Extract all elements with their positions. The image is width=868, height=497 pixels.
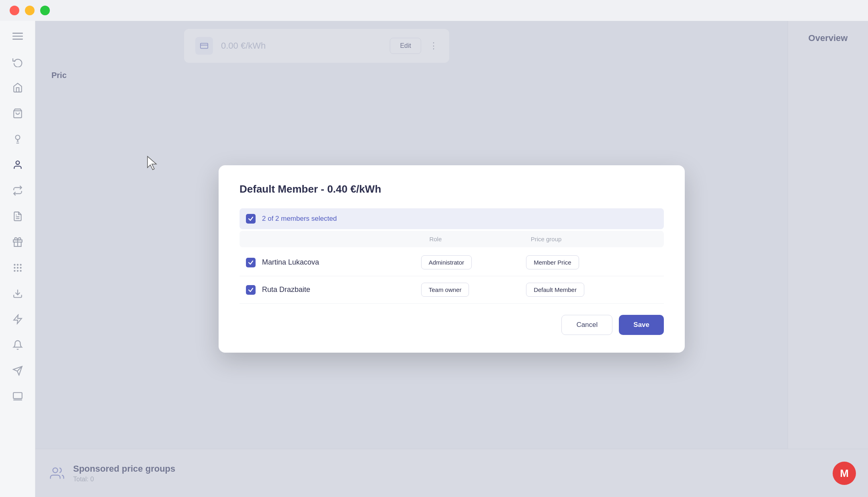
main-content: 0.00 €/kWh Edit ⋮ Pric Overview Sponsore… [35, 21, 868, 497]
save-button[interactable]: Save [619, 315, 664, 335]
shopping-icon[interactable] [10, 106, 25, 121]
member-role-1: Team owner [421, 283, 526, 297]
table-header: Role Price group [240, 231, 664, 247]
svg-point-4 [15, 135, 20, 140]
member-name-1: Ruta Drazbaite [262, 285, 310, 294]
close-button[interactable] [10, 6, 19, 15]
price-group-column-header: Price group [531, 236, 657, 242]
svg-point-17 [14, 270, 15, 271]
svg-point-12 [16, 264, 18, 265]
download-icon[interactable] [10, 286, 25, 301]
svg-point-6 [16, 161, 19, 164]
transfer-icon[interactable] [10, 183, 25, 198]
table-row: Martina Lukacova Administrator Member Pr… [240, 249, 664, 276]
modal-footer: Cancel Save [240, 304, 664, 335]
svg-marker-21 [14, 315, 22, 324]
members-table: Martina Lukacova Administrator Member Pr… [240, 249, 664, 304]
menu-icon[interactable] [10, 29, 25, 43]
svg-rect-0 [12, 33, 23, 34]
minimize-button[interactable] [25, 6, 35, 15]
svg-point-15 [16, 267, 18, 269]
select-all-label: 2 of 2 members selected [262, 215, 337, 223]
member-checkbox-1[interactable] [246, 285, 256, 295]
send-icon[interactable] [10, 364, 25, 378]
svg-rect-24 [13, 392, 22, 398]
svg-rect-1 [12, 36, 23, 37]
svg-point-16 [20, 267, 21, 269]
report-icon[interactable] [10, 209, 25, 224]
svg-point-14 [14, 267, 15, 269]
person-icon[interactable] [10, 158, 25, 172]
sidebar [0, 21, 35, 497]
role-badge-1: Team owner [421, 283, 469, 297]
modal-dialog: Default Member - 0.40 €/kWh 2 of 2 membe… [219, 165, 685, 353]
report2-icon[interactable] [10, 389, 25, 404]
select-all-checkbox[interactable] [246, 214, 256, 224]
refresh-icon[interactable] [10, 55, 25, 69]
bell-icon[interactable] [10, 338, 25, 352]
member-name-cell: Martina Lukacova [246, 258, 421, 267]
member-price-group-0: Member Price [526, 255, 657, 269]
svg-rect-2 [12, 39, 23, 40]
lightning-icon[interactable] [10, 312, 25, 327]
member-name-cell: Ruta Drazbaite [246, 285, 421, 295]
price-group-badge-1: Default Member [526, 283, 584, 297]
role-badge-0: Administrator [421, 255, 472, 269]
select-all-row[interactable]: 2 of 2 members selected [240, 208, 664, 229]
home-icon[interactable] [10, 80, 25, 95]
role-column-header: Role [429, 236, 530, 242]
member-price-group-1: Default Member [526, 283, 657, 297]
modal-title: Default Member - 0.40 €/kWh [240, 183, 664, 195]
maximize-button[interactable] [40, 6, 50, 15]
svg-point-18 [16, 270, 18, 271]
m-badge: M [833, 462, 856, 485]
window-chrome [0, 0, 868, 21]
cancel-button[interactable]: Cancel [561, 315, 612, 335]
price-group-badge-0: Member Price [526, 255, 579, 269]
svg-point-19 [20, 270, 21, 271]
member-checkbox-0[interactable] [246, 258, 256, 267]
svg-point-13 [20, 264, 21, 265]
svg-point-11 [14, 264, 15, 265]
gift-icon[interactable] [10, 235, 25, 249]
bulb-icon[interactable] [10, 132, 25, 146]
apps-icon[interactable] [10, 261, 25, 275]
member-name-0: Martina Lukacova [262, 258, 319, 267]
table-row: Ruta Drazbaite Team owner Default Member [240, 276, 664, 304]
member-role-0: Administrator [421, 255, 526, 269]
modal-overlay: Default Member - 0.40 €/kWh 2 of 2 membe… [35, 21, 868, 497]
